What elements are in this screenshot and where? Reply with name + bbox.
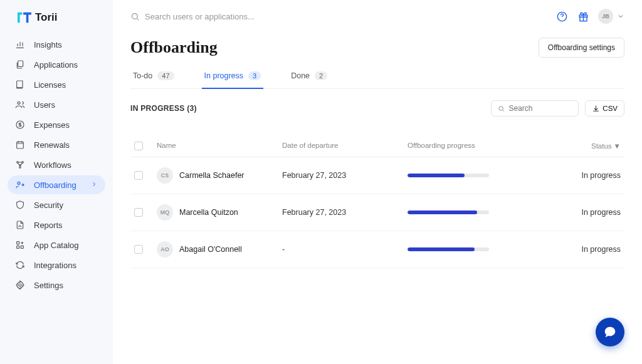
svg-rect-8	[17, 242, 19, 244]
status-text: In progress	[545, 171, 621, 180]
tab-in-progress-count: 3	[248, 71, 261, 80]
svg-point-5	[22, 162, 24, 164]
svg-point-12	[132, 13, 138, 19]
search-placeholder: Search users or applications...	[145, 12, 255, 21]
sidebar-item-licenses[interactable]: Licenses	[8, 75, 105, 94]
page-title: Offboarding	[130, 38, 218, 57]
calendar-icon	[15, 140, 25, 150]
user-avatar: CS	[157, 167, 173, 184]
chat-fab[interactable]	[596, 318, 624, 346]
dollar-icon	[15, 120, 25, 130]
sidebar: Torii Insights Applications Licenses Use…	[0, 0, 113, 364]
table-row[interactable]: AO Abagail O'Connell - In progress	[130, 231, 624, 268]
table-header: Name Date of departure Offboarding progr…	[130, 135, 624, 157]
logo: Torii	[0, 11, 113, 35]
col-name: Name	[157, 142, 282, 150]
progress-bar	[408, 247, 489, 251]
sidebar-item-renewals[interactable]: Renewals	[8, 135, 105, 154]
sidebar-item-app-catalog[interactable]: App Catalog	[8, 236, 105, 254]
user-avatar: AO	[157, 241, 173, 257]
refresh-icon	[15, 260, 25, 270]
sidebar-item-workflows[interactable]: Workflows	[8, 155, 105, 174]
svg-point-11	[19, 284, 21, 286]
svg-point-16	[499, 106, 503, 110]
tab-done-count: 2	[315, 71, 327, 80]
topbar: Search users or applications... JB	[113, 0, 642, 33]
nav: Insights Applications Licenses Users Exp…	[0, 35, 113, 294]
help-icon[interactable]	[555, 10, 568, 23]
col-status[interactable]: Status ▼	[545, 142, 621, 150]
tabs: To-do 47 In progress 3 Done 2	[130, 64, 624, 89]
user-menu[interactable]: JB	[598, 9, 624, 24]
content: Offboarding Offboarding settings To-do 4…	[113, 33, 642, 364]
svg-rect-10	[21, 246, 23, 248]
global-search[interactable]: Search users or applications...	[130, 12, 549, 21]
table-row[interactable]: MQ Marcella Quitzon February 27, 2023 In…	[130, 194, 624, 231]
tab-todo[interactable]: To-do 47	[130, 64, 177, 89]
page-header: Offboarding Offboarding settings	[130, 38, 624, 58]
section-header: IN PROGRESS (3) CSV	[130, 100, 624, 117]
sidebar-item-integrations[interactable]: Integrations	[8, 256, 105, 274]
search-icon	[498, 105, 505, 113]
table-search[interactable]	[491, 100, 579, 117]
gear-icon	[15, 280, 25, 290]
chat-icon	[603, 325, 617, 339]
offboarding-settings-button[interactable]: Offboarding settings	[539, 38, 624, 58]
svg-point-7	[18, 182, 20, 184]
row-checkbox[interactable]	[134, 245, 143, 254]
tab-todo-count: 47	[157, 71, 174, 80]
logo-icon	[18, 12, 31, 23]
progress-bar	[408, 174, 489, 177]
grid-plus-icon	[15, 240, 25, 250]
svg-point-6	[19, 167, 21, 169]
bar-chart-icon	[15, 39, 25, 49]
table-search-input[interactable]	[508, 104, 572, 113]
sidebar-item-users[interactable]: Users	[8, 95, 105, 114]
main: Search users or applications... JB Offbo…	[113, 0, 642, 364]
progress-bar	[408, 211, 489, 214]
row-checkbox[interactable]	[134, 208, 143, 217]
status-text: In progress	[545, 245, 621, 254]
workflow-icon	[15, 160, 25, 170]
book-icon	[15, 80, 25, 90]
tab-in-progress[interactable]: In progress 3	[202, 64, 264, 89]
shield-icon	[15, 200, 25, 210]
svg-rect-0	[18, 61, 23, 66]
brand-name: Torii	[35, 11, 58, 24]
sidebar-item-offboarding[interactable]: Offboarding	[8, 175, 105, 194]
departure-date: February 27, 2023	[282, 171, 408, 180]
users-icon	[15, 100, 25, 110]
sidebar-item-reports[interactable]: Reports	[8, 216, 105, 234]
sidebar-item-security[interactable]: Security	[8, 195, 105, 214]
file-icon	[15, 220, 25, 230]
search-icon	[130, 12, 140, 21]
copy-icon	[15, 60, 25, 70]
sort-down-icon: ▼	[614, 142, 621, 150]
select-all-checkbox[interactable]	[134, 142, 143, 150]
row-checkbox[interactable]	[134, 171, 143, 180]
svg-point-4	[17, 162, 19, 164]
tab-done[interactable]: Done 2	[288, 64, 330, 89]
chevron-right-icon	[90, 180, 98, 190]
sidebar-item-applications[interactable]: Applications	[8, 55, 105, 74]
sidebar-item-expenses[interactable]: Expenses	[8, 115, 105, 134]
col-date: Date of departure	[282, 142, 408, 150]
sidebar-item-settings[interactable]: Settings	[8, 276, 105, 294]
svg-point-1	[18, 101, 20, 104]
table-row[interactable]: CS Carmella Schaefer February 27, 2023 I…	[130, 157, 624, 194]
gift-icon[interactable]	[577, 10, 589, 23]
svg-rect-3	[17, 142, 24, 148]
section-actions: CSV	[491, 100, 624, 117]
user-name: Carmella Schaefer	[179, 171, 245, 180]
departure-date: -	[282, 245, 408, 254]
status-text: In progress	[545, 208, 621, 217]
section-title: IN PROGRESS (3)	[130, 104, 197, 113]
user-name: Marcella Quitzon	[179, 208, 238, 217]
chevron-down-icon	[617, 13, 624, 20]
svg-rect-9	[17, 246, 19, 248]
table-body: CS Carmella Schaefer February 27, 2023 I…	[130, 157, 624, 268]
user-avatar: MQ	[157, 204, 173, 221]
sidebar-item-insights[interactable]: Insights	[8, 35, 105, 54]
user-name: Abagail O'Connell	[179, 245, 242, 254]
export-csv-button[interactable]: CSV	[585, 100, 624, 117]
